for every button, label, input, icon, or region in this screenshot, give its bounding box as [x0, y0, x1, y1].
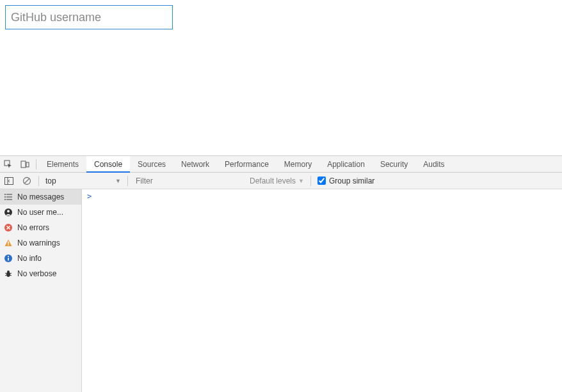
info-icon — [4, 254, 13, 263]
bug-icon — [4, 269, 13, 278]
sidebar-label: No errors — [17, 223, 49, 232]
svg-line-6 — [24, 178, 29, 184]
devtools-tab-bar: Elements Console Sources Network Perform… — [0, 156, 562, 173]
svg-line-25 — [10, 273, 12, 274]
sidebar-item-messages[interactable]: No messages — [0, 189, 81, 205]
inspect-element-icon[interactable] — [0, 156, 17, 173]
tab-network[interactable]: Network — [173, 156, 217, 173]
console-output[interactable]: > — [82, 189, 562, 392]
sidebar-label: No messages — [17, 192, 64, 201]
sidebar-item-verbose[interactable]: No verbose — [0, 266, 81, 281]
warning-icon — [4, 239, 13, 247]
console-toolbar: top ▼ Default levels ▼ Group similar — [0, 173, 562, 189]
sidebar-label: No warnings — [17, 239, 60, 247]
svg-point-20 — [8, 256, 9, 257]
separator — [127, 176, 128, 186]
tab-audits[interactable]: Audits — [415, 156, 452, 173]
sidebar-item-user-messages[interactable]: No user me... — [0, 205, 81, 220]
svg-rect-16 — [8, 242, 8, 244]
svg-rect-3 — [5, 177, 13, 184]
tab-performance[interactable]: Performance — [217, 156, 277, 173]
log-levels-dropdown[interactable]: Default levels ▼ — [246, 176, 308, 185]
separator — [36, 159, 36, 169]
tab-console[interactable]: Console — [86, 156, 130, 173]
sidebar-label: No info — [17, 254, 42, 263]
tab-application[interactable]: Application — [319, 156, 373, 173]
device-toolbar-icon[interactable] — [17, 156, 33, 173]
sidebar-item-info[interactable]: No info — [0, 251, 81, 266]
context-dropdown[interactable]: top ▼ — [42, 173, 125, 189]
sidebar-toggle-icon[interactable] — [0, 173, 18, 189]
user-icon — [4, 208, 13, 217]
svg-rect-19 — [8, 258, 9, 261]
svg-point-11 — [4, 199, 6, 200]
context-label: top — [45, 176, 56, 185]
svg-rect-8 — [6, 194, 12, 194]
levels-label: Default levels — [250, 176, 296, 185]
svg-line-24 — [5, 275, 7, 276]
separator — [310, 176, 311, 186]
tab-elements[interactable]: Elements — [39, 156, 86, 173]
svg-rect-17 — [8, 245, 8, 246]
svg-point-9 — [4, 196, 6, 198]
console-sidebar: No messages No user me... No errors No w… — [0, 189, 82, 392]
console-body: No messages No user me... No errors No w… — [0, 189, 562, 392]
tab-sources[interactable]: Sources — [130, 156, 173, 173]
svg-point-22 — [7, 270, 10, 273]
devtools-panel: Elements Console Sources Network Perform… — [0, 155, 562, 392]
tab-memory[interactable]: Memory — [277, 156, 319, 173]
svg-rect-12 — [6, 199, 12, 200]
svg-rect-2 — [26, 162, 29, 167]
filter-input[interactable] — [131, 174, 246, 188]
clear-console-icon[interactable] — [18, 173, 36, 189]
github-username-input[interactable] — [5, 5, 173, 29]
sidebar-label: No user me... — [17, 208, 63, 217]
separator — [38, 176, 39, 186]
chevron-down-icon: ▼ — [115, 178, 121, 184]
svg-line-23 — [5, 273, 7, 274]
svg-line-26 — [10, 275, 12, 276]
list-icon — [4, 192, 13, 201]
svg-rect-10 — [6, 196, 12, 197]
group-similar-label: Group similar — [329, 176, 374, 185]
group-similar-toggle[interactable]: Group similar — [314, 176, 378, 185]
svg-rect-1 — [21, 161, 26, 168]
svg-point-14 — [7, 210, 10, 212]
error-icon — [4, 223, 13, 232]
page-content — [0, 0, 562, 35]
sidebar-label: No verbose — [17, 269, 56, 278]
tab-security[interactable]: Security — [373, 156, 415, 173]
group-similar-checkbox[interactable] — [317, 176, 326, 185]
svg-point-7 — [4, 194, 6, 195]
sidebar-item-warnings[interactable]: No warnings — [0, 235, 81, 251]
console-prompt-icon: > — [87, 192, 92, 201]
chevron-down-icon: ▼ — [298, 178, 304, 184]
sidebar-item-errors[interactable]: No errors — [0, 220, 81, 235]
